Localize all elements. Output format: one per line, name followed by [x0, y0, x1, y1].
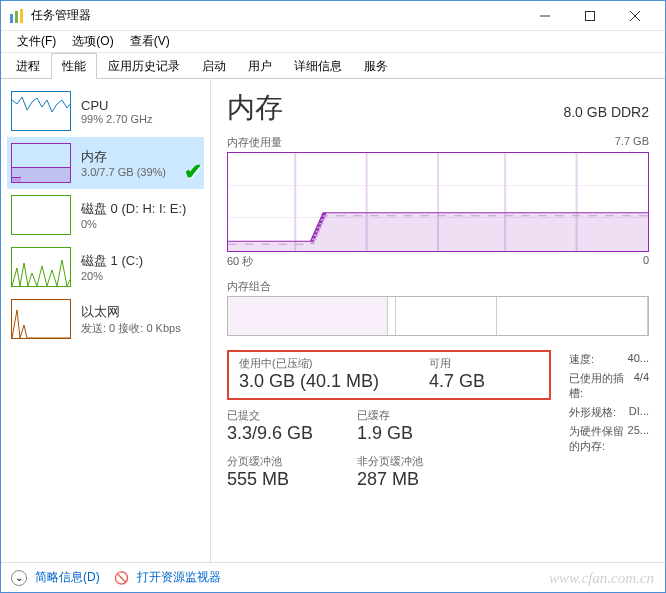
tab-users[interactable]: 用户: [237, 53, 283, 79]
reserved-label: 为硬件保留的内存:: [569, 424, 628, 454]
app-icon: [9, 8, 25, 24]
menu-file[interactable]: 文件(F): [9, 31, 64, 52]
close-button[interactable]: [612, 2, 657, 30]
stats-right: 速度:40... 已使用的插槽:4/4 外形规格:DI... 为硬件保留的内存:…: [569, 350, 649, 500]
tab-history[interactable]: 应用历史记录: [97, 53, 191, 79]
maximize-button[interactable]: [567, 2, 612, 30]
sidebar-item-ethernet[interactable]: 以太网 发送: 0 接收: 0 Kbps: [7, 293, 204, 345]
watermark: www.cfan.com.cn: [549, 570, 654, 587]
main-panel: 内存 8.0 GB DDR2 内存使用量 7.7 GB: [211, 79, 665, 562]
mem-thumb: [11, 143, 71, 183]
mem-title: 内存: [81, 148, 200, 166]
usage-label: 内存使用量: [227, 135, 282, 150]
cpu-thumb: [11, 91, 71, 131]
tab-startup[interactable]: 启动: [191, 53, 237, 79]
svg-rect-2: [20, 9, 23, 23]
cached-value: 1.9 GB: [357, 423, 467, 444]
speed-label: 速度:: [569, 352, 594, 367]
speed-value: 40...: [628, 352, 649, 367]
monitor-icon: 🚫: [114, 571, 129, 585]
page-title: 内存: [227, 89, 283, 127]
disk0-title: 磁盘 0 (D: H: I: E:): [81, 200, 200, 218]
time-end: 0: [643, 254, 649, 269]
disk0-sub: 0%: [81, 218, 200, 230]
in-use-label: 使用中(已压缩): [239, 356, 409, 371]
net-sub: 发送: 0 接收: 0 Kbps: [81, 321, 200, 336]
collapse-icon[interactable]: ⌄: [11, 570, 27, 586]
checkmark-icon: ✔: [184, 159, 202, 185]
resource-monitor-link[interactable]: 打开资源监视器: [137, 569, 221, 586]
cpu-sub: 99% 2.70 GHz: [81, 113, 200, 125]
highlight-box: 使用中(已压缩) 3.0 GB (40.1 MB) 可用 4.7 GB: [227, 350, 551, 400]
disk1-title: 磁盘 1 (C:): [81, 252, 200, 270]
svg-marker-14: [228, 213, 648, 251]
memory-chart[interactable]: [227, 152, 649, 252]
comp-label: 内存组合: [227, 279, 271, 294]
usage-max: 7.7 GB: [615, 135, 649, 150]
form-label: 外形规格:: [569, 405, 616, 420]
stats-left: 使用中(已压缩) 3.0 GB (40.1 MB) 可用 4.7 GB 已提交: [227, 350, 551, 500]
disk1-sub: 20%: [81, 270, 200, 282]
tab-details[interactable]: 详细信息: [283, 53, 353, 79]
capacity-label: 8.0 GB DDR2: [563, 104, 649, 120]
avail-label: 可用: [429, 356, 539, 371]
paged-value: 555 MB: [227, 469, 337, 490]
tab-performance[interactable]: 性能: [51, 53, 97, 79]
window-title: 任务管理器: [31, 7, 522, 24]
sidebar-item-disk0[interactable]: 磁盘 0 (D: H: I: E:) 0%: [7, 189, 204, 241]
slots-label: 已使用的插槽:: [569, 371, 634, 401]
mem-sub: 3.0/7.7 GB (39%): [81, 166, 200, 178]
avail-value: 4.7 GB: [429, 371, 539, 392]
nonpaged-value: 287 MB: [357, 469, 467, 490]
reserved-value: 25...: [628, 424, 649, 454]
svg-rect-0: [10, 14, 13, 23]
svg-rect-4: [585, 11, 594, 20]
sidebar-item-memory[interactable]: 内存 3.0/7.7 GB (39%) ✔: [7, 137, 204, 189]
minimize-button[interactable]: [522, 2, 567, 30]
cpu-title: CPU: [81, 98, 200, 113]
disk1-thumb: [11, 247, 71, 287]
sidebar-item-disk1[interactable]: 磁盘 1 (C:) 20%: [7, 241, 204, 293]
paged-label: 分页缓冲池: [227, 454, 337, 469]
disk0-thumb: [11, 195, 71, 235]
svg-rect-1: [15, 11, 18, 23]
menu-options[interactable]: 选项(O): [64, 31, 121, 52]
tab-services[interactable]: 服务: [353, 53, 399, 79]
cached-label: 已缓存: [357, 408, 467, 423]
menu-view[interactable]: 查看(V): [122, 31, 178, 52]
time-start: 60 秒: [227, 254, 253, 269]
nonpaged-label: 非分页缓冲池: [357, 454, 467, 469]
tabbar: 进程 性能 应用历史记录 启动 用户 详细信息 服务: [1, 53, 665, 79]
committed-value: 3.3/9.6 GB: [227, 423, 337, 444]
committed-label: 已提交: [227, 408, 337, 423]
brief-info-link[interactable]: 简略信息(D): [35, 569, 100, 586]
sidebar-item-cpu[interactable]: CPU 99% 2.70 GHz: [7, 85, 204, 137]
in-use-value: 3.0 GB (40.1 MB): [239, 371, 409, 392]
titlebar: 任务管理器: [1, 1, 665, 31]
net-thumb: [11, 299, 71, 339]
slots-value: 4/4: [634, 371, 649, 401]
sidebar: CPU 99% 2.70 GHz 内存 3.0/7.7 GB (39%) ✔ 磁…: [1, 79, 211, 562]
form-value: DI...: [629, 405, 649, 420]
tab-process[interactable]: 进程: [5, 53, 51, 79]
menubar: 文件(F) 选项(O) 查看(V): [1, 31, 665, 53]
composition-chart[interactable]: [227, 296, 649, 336]
net-title: 以太网: [81, 303, 200, 321]
